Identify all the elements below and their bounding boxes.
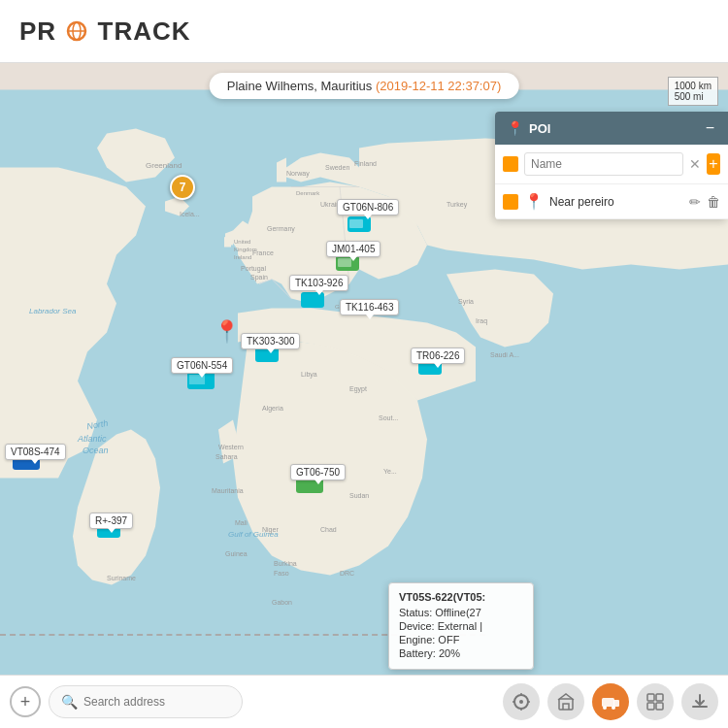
vehicle-icon[interactable]	[301, 292, 324, 312]
vehicle-label[interactable]: GT06N-806	[337, 199, 399, 215]
poi-clear-button[interactable]: ✕	[689, 156, 701, 172]
scale-km: 1000 km	[675, 81, 711, 91]
map-pin[interactable]: 📍	[214, 319, 240, 345]
poi-title: POI	[529, 121, 550, 136]
poi-search-row: ✕ +	[495, 145, 728, 184]
vehicle-label[interactable]: GT06-750	[290, 464, 346, 480]
svg-text:Kingdom: Kingdom	[234, 247, 257, 252]
location-toolbar-button[interactable]	[503, 683, 540, 720]
logo: PR TRACK	[19, 17, 191, 47]
svg-text:Sout...: Sout...	[379, 414, 398, 421]
vehicle-label[interactable]: TK103-926	[289, 275, 348, 291]
svg-text:Burkina: Burkina	[274, 560, 297, 567]
popup-status: Status: Offline(27	[399, 607, 523, 618]
building-toolbar-button[interactable]	[547, 683, 584, 720]
svg-text:Iraq: Iraq	[476, 317, 487, 325]
svg-text:Labrador Sea: Labrador Sea	[29, 307, 77, 315]
vehicle-label[interactable]: R+-397	[89, 513, 133, 529]
svg-text:Saudi A...: Saudi A...	[490, 351, 519, 358]
poi-pin-icon: 📍	[507, 120, 523, 136]
svg-text:Algeria: Algeria	[262, 405, 283, 413]
datetime-text: (2019-12-11 22:37:07)	[376, 79, 501, 93]
svg-text:Egypt: Egypt	[349, 385, 367, 393]
svg-text:United: United	[234, 239, 250, 245]
svg-text:Greenland: Greenland	[146, 161, 182, 170]
popup-device: Device: External |	[399, 620, 523, 632]
svg-rect-73	[656, 694, 663, 701]
poi-panel: 📍 POI − ✕ + 📍 Near pereiro ✏ 🗑	[495, 112, 728, 219]
svg-text:Gabon: Gabon	[272, 599, 292, 606]
poi-entry-pin-icon: 📍	[524, 192, 544, 211]
search-icon: 🔍	[61, 694, 78, 710]
poi-header: 📍 POI −	[495, 112, 728, 145]
vehicle-label[interactable]: TK116-463	[340, 299, 399, 315]
poi-entry-actions: ✏ 🗑	[689, 194, 720, 210]
svg-text:Denmark: Denmark	[296, 190, 320, 196]
svg-rect-50	[349, 219, 363, 228]
poi-collapse-button[interactable]: −	[704, 119, 716, 137]
vehicle-label[interactable]: GT06N-554	[171, 357, 233, 374]
poi-entry-checkbox[interactable]	[503, 194, 518, 210]
poi-entry: 📍 Near pereiro ✏ 🗑	[495, 184, 728, 219]
download-toolbar-button[interactable]	[681, 683, 718, 720]
vehicle-label[interactable]: JM01-405	[326, 241, 381, 257]
svg-text:Mali: Mali	[235, 519, 248, 526]
svg-text:Germany: Germany	[267, 225, 295, 233]
svg-rect-68	[602, 698, 614, 707]
poi-edit-icon[interactable]: ✏	[689, 194, 701, 210]
svg-text:Icela...: Icela...	[180, 211, 200, 217]
svg-text:Atlantic: Atlantic	[77, 434, 107, 444]
svg-text:Ireland: Ireland	[234, 254, 251, 260]
svg-rect-75	[656, 703, 663, 710]
svg-text:Niger: Niger	[262, 526, 279, 534]
svg-text:Guinea: Guinea	[225, 550, 248, 557]
header: PR TRACK	[0, 0, 728, 63]
location-text: Plaine Wilhems, Mauritius	[227, 79, 373, 93]
popup-title: VT05S-622(VT05:	[399, 591, 523, 603]
svg-text:Syria: Syria	[458, 298, 474, 306]
svg-text:Spain: Spain	[250, 274, 268, 281]
svg-text:Mauritania: Mauritania	[212, 487, 244, 494]
svg-text:Turkey: Turkey	[447, 201, 468, 209]
svg-text:Sweden: Sweden	[325, 164, 349, 171]
svg-text:Ocean: Ocean	[83, 446, 109, 455]
scale-mi: 500 mi	[675, 91, 711, 102]
logo-icon	[66, 20, 87, 42]
vehicle-info-popup: VT05S-622(VT05: Status: Offline(27 Devic…	[388, 582, 534, 670]
poi-search-input[interactable]	[524, 152, 683, 176]
grid-toolbar-button[interactable]	[637, 683, 674, 720]
add-location-button[interactable]: +	[10, 686, 41, 717]
cluster-badge[interactable]: 7	[170, 175, 195, 200]
svg-text:Finland: Finland	[354, 160, 377, 167]
poi-search-checkbox[interactable]	[503, 156, 518, 172]
poi-add-button[interactable]: +	[707, 153, 720, 175]
svg-text:Western: Western	[218, 444, 244, 450]
svg-text:Ye...: Ye...	[383, 468, 397, 475]
vehicle-label[interactable]: TK303-300	[241, 333, 300, 349]
svg-text:Sahara: Sahara	[215, 453, 238, 460]
svg-point-70	[603, 706, 607, 710]
truck-toolbar-button[interactable]	[592, 683, 629, 720]
vehicle-label[interactable]: TR06-226	[411, 347, 465, 364]
location-bar: Plaine Wilhems, Mauritius (2019-12-11 22…	[210, 73, 519, 99]
search-box: 🔍	[49, 685, 243, 718]
svg-text:DRC: DRC	[340, 570, 354, 577]
scale-bar: 1000 km 500 mi	[668, 77, 718, 106]
bottom-toolbar: + 🔍	[0, 675, 728, 728]
poi-entry-name: Near pereiro	[549, 195, 683, 209]
popup-battery: Battery: 20%	[399, 647, 523, 659]
vehicle-icon[interactable]	[347, 216, 371, 236]
svg-point-62	[519, 700, 523, 704]
popup-engine: Engine: OFF	[399, 634, 523, 645]
svg-text:Suriname: Suriname	[107, 575, 136, 581]
svg-text:Norway: Norway	[286, 170, 310, 178]
svg-text:Faso: Faso	[274, 570, 289, 577]
svg-rect-69	[613, 700, 619, 707]
svg-text:Libya: Libya	[301, 371, 317, 379]
poi-delete-icon[interactable]: 🗑	[707, 194, 720, 210]
svg-text:Chad: Chad	[320, 526, 337, 533]
svg-text:Portugal: Portugal	[241, 265, 267, 273]
search-input[interactable]	[83, 695, 230, 709]
vehicle-label[interactable]: VT08S-474	[5, 444, 66, 460]
map-container[interactable]: Gulf of Guinea North Atlantic Ocean Labr…	[0, 63, 728, 728]
